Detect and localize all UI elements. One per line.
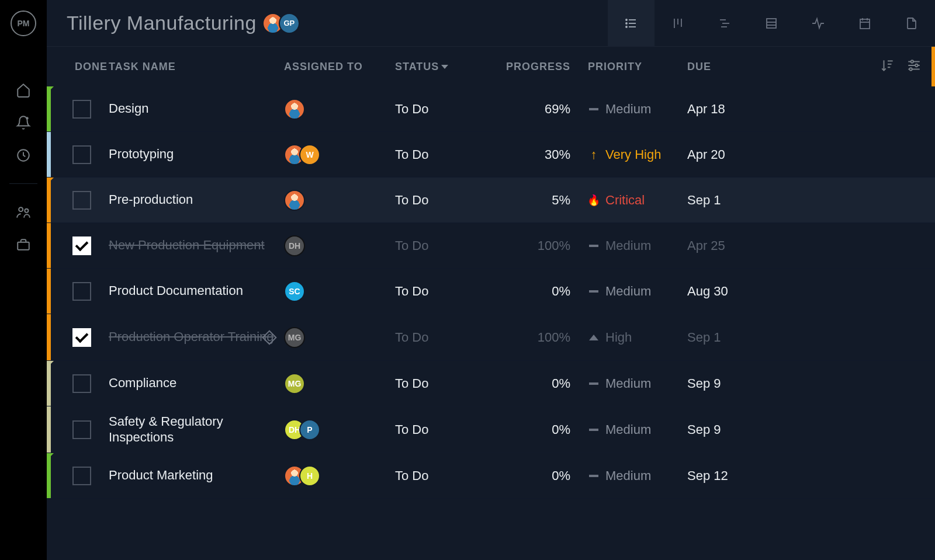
done-checkbox[interactable]: [72, 374, 91, 393]
view-file-icon[interactable]: [888, 0, 935, 47]
due-date[interactable]: Sep 1: [687, 193, 775, 208]
status-value[interactable]: To Do: [395, 238, 489, 253]
task-name[interactable]: Safety & Regulatory Inspections: [109, 414, 284, 445]
filter-icon[interactable]: [906, 58, 922, 76]
due-date[interactable]: Apr 20: [687, 147, 775, 162]
avatar[interactable]: DH: [284, 235, 305, 256]
notifications-icon[interactable]: [15, 114, 32, 131]
task-row[interactable]: Product MarketingHTo Do0%MediumSep 12: [47, 453, 935, 499]
task-name[interactable]: Pre-production: [109, 192, 284, 207]
status-value[interactable]: To Do: [395, 376, 489, 391]
assigned-avatars[interactable]: SC: [284, 281, 395, 302]
col-header-progress[interactable]: PROGRESS: [489, 61, 588, 73]
due-date[interactable]: Sep 1: [687, 330, 775, 345]
avatar[interactable]: P: [299, 419, 320, 440]
assigned-avatars[interactable]: DHP: [284, 419, 395, 440]
avatar[interactable]: H: [299, 465, 320, 486]
done-checkbox[interactable]: [72, 145, 91, 164]
assigned-avatars[interactable]: H: [284, 465, 395, 486]
assigned-avatars[interactable]: MG: [284, 373, 395, 394]
task-row[interactable]: Product DocumentationSCTo Do0%MediumAug …: [47, 269, 935, 314]
status-value[interactable]: To Do: [395, 422, 489, 437]
avatar[interactable]: MG: [284, 327, 305, 348]
col-header-done[interactable]: DONE: [50, 61, 109, 73]
col-header-assigned[interactable]: ASSIGNED TO: [284, 61, 395, 73]
assigned-avatars[interactable]: DH: [284, 235, 395, 256]
task-name[interactable]: Design: [109, 101, 284, 116]
task-row[interactable]: PrototypingWTo Do30%Very HighApr 20: [47, 132, 935, 178]
due-date[interactable]: Apr 25: [687, 238, 775, 253]
priority-label: Medium: [605, 422, 651, 437]
task-name[interactable]: Production Operator Training: [109, 329, 284, 345]
col-header-due[interactable]: DUE: [687, 61, 775, 73]
due-date[interactable]: Aug 30: [687, 284, 775, 299]
view-board-icon[interactable]: [654, 0, 701, 47]
view-calendar-icon[interactable]: [842, 0, 888, 47]
sort-icon[interactable]: [880, 58, 895, 76]
history-icon[interactable]: [15, 147, 32, 164]
status-value[interactable]: To Do: [395, 284, 489, 299]
task-row[interactable]: Pre-productionTo Do5%CriticalSep 1: [47, 178, 935, 223]
col-header-name[interactable]: TASK NAME: [109, 61, 284, 73]
status-value[interactable]: To Do: [395, 330, 489, 345]
view-activity-icon[interactable]: [795, 0, 842, 47]
done-checkbox[interactable]: [72, 282, 91, 301]
priority-value[interactable]: Critical: [588, 193, 687, 208]
status-value[interactable]: To Do: [395, 102, 489, 117]
done-checkbox[interactable]: [72, 236, 91, 255]
col-header-status[interactable]: STATUS: [395, 61, 489, 73]
done-checkbox[interactable]: [72, 328, 91, 347]
done-checkbox[interactable]: [72, 191, 91, 210]
task-row[interactable]: DesignTo Do69%MediumApr 18: [47, 86, 935, 132]
avatar[interactable]: [284, 99, 305, 120]
assigned-avatars[interactable]: [284, 190, 395, 211]
task-name[interactable]: Prototyping: [109, 147, 284, 162]
avatar[interactable]: SC: [284, 281, 305, 302]
due-date[interactable]: Sep 9: [687, 376, 775, 391]
progress-value: 0%: [489, 422, 588, 437]
done-checkbox[interactable]: [72, 100, 91, 119]
priority-value[interactable]: High: [588, 330, 687, 345]
status-value[interactable]: To Do: [395, 147, 489, 162]
home-icon[interactable]: [15, 82, 32, 98]
avatar[interactable]: [284, 190, 305, 211]
priority-value[interactable]: Medium: [588, 468, 687, 484]
due-date[interactable]: Sep 9: [687, 422, 775, 437]
task-row[interactable]: New Production EquipmentDHTo Do100%Mediu…: [47, 223, 935, 269]
assigned-avatars[interactable]: MG: [284, 327, 395, 348]
due-date[interactable]: Apr 18: [687, 102, 775, 117]
task-row[interactable]: Production Operator TrainingMGTo Do100%H…: [47, 314, 935, 361]
priority-value[interactable]: Medium: [588, 238, 687, 253]
task-row[interactable]: ComplianceMGTo Do0%MediumSep 9: [47, 361, 935, 406]
task-name[interactable]: Product Documentation: [109, 283, 284, 298]
status-value[interactable]: To Do: [395, 468, 489, 484]
avatar[interactable]: MG: [284, 373, 305, 394]
task-row[interactable]: Safety & Regulatory InspectionsDHPTo Do0…: [47, 406, 935, 453]
view-list-icon[interactable]: [608, 0, 654, 47]
task-name[interactable]: New Production Equipment: [109, 238, 284, 253]
progress-value: 30%: [489, 147, 588, 162]
task-name[interactable]: Product Marketing: [109, 468, 284, 483]
priority-value[interactable]: Medium: [588, 376, 687, 391]
priority-value[interactable]: Medium: [588, 422, 687, 437]
status-value[interactable]: To Do: [395, 193, 489, 208]
done-checkbox[interactable]: [72, 467, 91, 485]
assigned-avatars[interactable]: [284, 99, 395, 120]
done-checkbox[interactable]: [72, 420, 91, 439]
task-name[interactable]: Compliance: [109, 375, 284, 391]
avatar[interactable]: W: [299, 144, 320, 165]
priority-value[interactable]: Medium: [588, 284, 687, 299]
priority-value[interactable]: Medium: [588, 102, 687, 117]
priority-value[interactable]: Very High: [588, 147, 687, 162]
task-list: DesignTo Do69%MediumApr 18PrototypingWTo…: [47, 86, 935, 560]
portfolio-icon[interactable]: [15, 236, 32, 253]
assigned-avatars[interactable]: W: [284, 144, 395, 165]
project-members[interactable]: GP: [267, 13, 300, 34]
view-sheet-icon[interactable]: [748, 0, 795, 47]
avatar[interactable]: GP: [279, 13, 300, 34]
due-date[interactable]: Sep 12: [687, 468, 775, 484]
col-header-priority[interactable]: PRIORITY: [588, 61, 687, 73]
app-logo[interactable]: PM: [11, 11, 36, 36]
team-icon[interactable]: [15, 204, 32, 220]
view-gantt-icon[interactable]: [701, 0, 748, 47]
